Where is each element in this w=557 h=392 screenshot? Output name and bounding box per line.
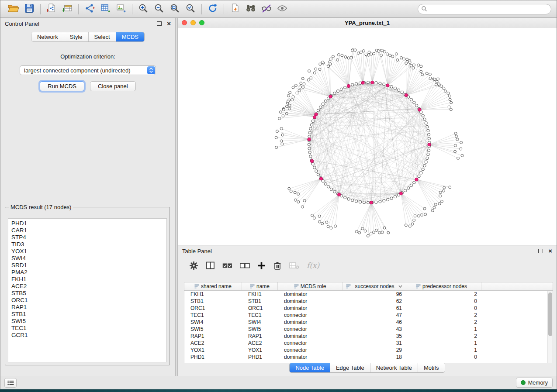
ring-node[interactable]: [313, 166, 316, 169]
ring-node[interactable]: [427, 153, 429, 155]
tab-network[interactable]: Network: [31, 32, 64, 41]
mcds-result-item[interactable]: SRD1: [8, 262, 166, 269]
leaf-node[interactable]: [288, 104, 291, 107]
ring-node[interactable]: [317, 173, 319, 176]
optimization-criterion-dropdown[interactable]: largest connected component (undirected): [20, 65, 156, 75]
ring-node[interactable]: [363, 201, 365, 203]
leaf-node[interactable]: [318, 220, 321, 223]
leaf-node[interactable]: [420, 65, 422, 68]
leaf-node[interactable]: [405, 224, 407, 227]
ring-node[interactable]: [413, 101, 415, 104]
leaf-node[interactable]: [294, 84, 297, 87]
ring-node[interactable]: [410, 98, 412, 101]
leaf-node[interactable]: [429, 77, 432, 79]
mcds-result-item[interactable]: PHD1: [8, 220, 166, 227]
leaf-node[interactable]: [280, 127, 283, 130]
ring-node[interactable]: [379, 82, 381, 85]
ring-node[interactable]: [309, 127, 312, 130]
tab-select[interactable]: Select: [88, 32, 116, 41]
ring-node[interactable]: [322, 103, 324, 105]
ring-node[interactable]: [426, 157, 429, 159]
leaf-node[interactable]: [441, 200, 443, 203]
table-row[interactable]: ACE2ACE2connector311: [184, 340, 553, 347]
save-session-button[interactable]: [21, 3, 37, 16]
ring-node[interactable]: [315, 170, 318, 172]
leaf-node[interactable]: [337, 54, 340, 56]
leaf-node[interactable]: [413, 219, 415, 221]
leaf-node[interactable]: [437, 78, 439, 80]
ring-node[interactable]: [390, 197, 393, 199]
trash-icon[interactable]: [273, 260, 282, 271]
leaf-node[interactable]: [448, 106, 450, 108]
leaf-node[interactable]: [456, 138, 459, 141]
leaf-node[interactable]: [308, 79, 310, 81]
ring-node[interactable]: [327, 186, 330, 188]
leaf-node[interactable]: [276, 130, 278, 133]
ring-node[interactable]: [422, 168, 424, 171]
leaf-node[interactable]: [275, 136, 277, 139]
tab-node-table[interactable]: Node Table: [290, 363, 330, 372]
leaf-node[interactable]: [285, 112, 288, 115]
leaf-node[interactable]: [372, 231, 375, 234]
leaf-node[interactable]: [308, 70, 311, 72]
mcds-result-item[interactable]: ORC1: [8, 297, 166, 304]
leaf-node[interactable]: [298, 89, 301, 92]
leaf-node[interactable]: [313, 217, 315, 219]
leaf-node[interactable]: [327, 65, 329, 68]
leaf-node[interactable]: [421, 73, 424, 76]
leaf-node[interactable]: [302, 86, 304, 88]
ring-node[interactable]: [386, 198, 389, 201]
column-header-shared-name[interactable]: shared name: [184, 282, 242, 290]
column-header-successor-nodes[interactable]: successor nodes: [343, 282, 406, 290]
leaf-node[interactable]: [391, 55, 394, 58]
leaf-node[interactable]: [439, 191, 442, 194]
mcds-hub-node[interactable]: [361, 81, 364, 84]
tab-edge-table[interactable]: Edge Table: [330, 363, 370, 372]
ring-node[interactable]: [333, 190, 336, 193]
leaf-node[interactable]: [410, 64, 412, 67]
column-header-predecessor-nodes[interactable]: predecessor nodes: [406, 282, 481, 290]
ring-node[interactable]: [423, 118, 426, 120]
ring-node[interactable]: [308, 143, 310, 146]
table-row[interactable]: TEC1TEC1connector472: [184, 312, 553, 319]
leaf-node[interactable]: [287, 94, 290, 97]
float-panel-icon[interactable]: [538, 249, 543, 253]
mcds-hub-node[interactable]: [329, 95, 332, 98]
leaf-node[interactable]: [280, 140, 283, 142]
share-document-button[interactable]: [227, 3, 243, 16]
minimize-window-icon[interactable]: [190, 20, 196, 25]
leaf-node[interactable]: [281, 134, 284, 136]
mcds-hub-node[interactable]: [347, 84, 350, 87]
mcds-hub-node[interactable]: [399, 192, 402, 195]
leaf-node[interactable]: [414, 215, 416, 217]
ring-node[interactable]: [420, 172, 422, 174]
leaf-node[interactable]: [433, 206, 436, 209]
ring-node[interactable]: [425, 161, 427, 163]
mcds-hub-node[interactable]: [428, 143, 431, 146]
mcds-hub-node[interactable]: [370, 201, 373, 204]
mcds-hub-node[interactable]: [386, 84, 389, 87]
close-panel-button[interactable]: Close panel: [90, 81, 136, 91]
ring-node[interactable]: [309, 155, 312, 158]
ring-node[interactable]: [383, 199, 385, 202]
leaf-node[interactable]: [455, 135, 458, 138]
tab-network-table[interactable]: Network Table: [370, 363, 418, 372]
leaf-node[interactable]: [389, 54, 391, 57]
leaf-node[interactable]: [411, 223, 414, 225]
leaf-node[interactable]: [279, 111, 282, 113]
ring-node[interactable]: [422, 114, 424, 117]
table-row[interactable]: RAP1RAP1dominator352: [184, 333, 553, 340]
leaf-node[interactable]: [421, 213, 423, 216]
mcds-hub-node[interactable]: [319, 177, 322, 180]
ring-node[interactable]: [390, 85, 393, 88]
leaf-node[interactable]: [418, 215, 420, 217]
leaf-node[interactable]: [330, 58, 332, 60]
leaf-node[interactable]: [303, 83, 305, 85]
leaf-node[interactable]: [334, 225, 337, 227]
leaf-node[interactable]: [373, 52, 375, 55]
ring-node[interactable]: [427, 149, 430, 151]
mcds-hub-node[interactable]: [405, 93, 408, 96]
ring-node[interactable]: [397, 89, 400, 91]
leaf-node[interactable]: [424, 213, 427, 216]
leaf-node[interactable]: [380, 54, 383, 56]
